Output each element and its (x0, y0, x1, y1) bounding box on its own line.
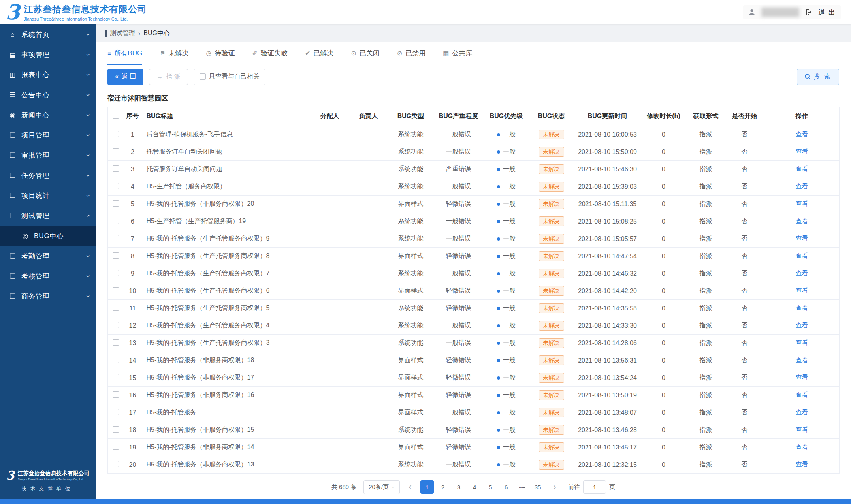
row-checkbox[interactable] (113, 235, 119, 241)
row-checkbox[interactable] (113, 461, 119, 467)
select-all-checkbox[interactable] (113, 113, 119, 119)
cell-acquire: 指派 (687, 265, 725, 282)
row-checkbox[interactable] (113, 409, 119, 415)
status-badge: 未解决 (539, 199, 564, 209)
row-checkbox[interactable] (113, 287, 119, 293)
logout-button[interactable]: 退 出 (818, 8, 836, 17)
page-number-button[interactable]: 1 (420, 480, 434, 494)
sidebar-item[interactable]: ❏ 项目管理 › (0, 125, 96, 145)
only-mine-checkbox[interactable] (200, 73, 206, 80)
tab[interactable]: ✔ 已解决 (305, 42, 333, 65)
col-header-type: BUG类型 (389, 107, 433, 126)
page-number-button[interactable]: 5 (484, 480, 497, 494)
cell-no: 19 (124, 439, 142, 456)
view-link[interactable]: 查看 (796, 409, 808, 416)
page-number-button[interactable]: 4 (468, 480, 481, 494)
row-checkbox[interactable] (113, 270, 119, 276)
sidebar-item[interactable]: ▥ 报表中心 › (0, 65, 96, 85)
view-link[interactable]: 查看 (796, 391, 808, 398)
row-checkbox[interactable] (113, 252, 119, 259)
goto-page-input[interactable] (583, 480, 606, 494)
view-link[interactable]: 查看 (796, 357, 808, 363)
cell-type: 界面样式 (389, 387, 433, 404)
sidebar-item[interactable]: ◎ BUG中心 › (0, 226, 96, 246)
row-checkbox[interactable] (113, 322, 119, 328)
footer-logo-icon: 3 (6, 468, 15, 482)
view-link[interactable]: 查看 (796, 270, 808, 276)
cell-no: 1 (124, 126, 142, 143)
sidebar-item[interactable]: ☰ 公告中心 › (0, 85, 96, 105)
view-link[interactable]: 查看 (796, 131, 808, 137)
row-checkbox[interactable] (113, 218, 119, 224)
cell-severity: 轻微错误 (433, 387, 485, 404)
cell-acquire: 指派 (687, 248, 725, 265)
tab[interactable]: ≡ 所有BUG (107, 42, 142, 65)
view-link[interactable]: 查看 (796, 165, 808, 172)
sidebar-item[interactable]: ❏ 考核管理 › (0, 266, 96, 286)
page-number-button[interactable]: 35 (531, 480, 544, 494)
sidebar-item[interactable]: ❏ 商务管理 › (0, 286, 96, 307)
user-area[interactable]: 退 出 (743, 5, 841, 19)
cell-updated: 2021-08-10 14:42:20 (575, 282, 640, 300)
row-checkbox[interactable] (113, 339, 119, 346)
row-checkbox[interactable] (113, 391, 119, 398)
back-button[interactable]: « 返 回 (107, 69, 143, 85)
view-link[interactable]: 查看 (796, 200, 808, 207)
view-link[interactable]: 查看 (796, 148, 808, 155)
section-title: 宿迁市沭阳智慧园区 (96, 88, 851, 107)
logout-icon[interactable] (805, 8, 813, 16)
view-link[interactable]: 查看 (796, 444, 808, 450)
view-link[interactable]: 查看 (796, 235, 808, 242)
next-page-button[interactable]: › (549, 480, 560, 494)
row-checkbox[interactable] (113, 357, 119, 363)
row-checkbox[interactable] (113, 183, 119, 189)
view-link[interactable]: 查看 (796, 287, 808, 294)
sidebar-item[interactable]: ❏ 审批管理 › (0, 145, 96, 165)
bug-table: 序号 BUG标题 分配人 负责人 BUG类型 BUG严重程度 BUG优先级 BU… (107, 107, 840, 474)
sidebar-item[interactable]: ⌂ 系统首页 › (0, 24, 96, 45)
row-checkbox[interactable] (113, 131, 119, 137)
page-number-button[interactable]: 3 (452, 480, 465, 494)
breadcrumb-section[interactable]: 测试管理 (110, 29, 135, 38)
row-checkbox[interactable] (113, 374, 119, 380)
sidebar-item[interactable]: ❏ 项目统计 › (0, 186, 96, 206)
row-checkbox[interactable] (113, 305, 119, 311)
only-mine-checkbox-group[interactable]: 只查看与自己相关 (194, 69, 265, 85)
tab[interactable]: ⊙ 已关闭 (351, 42, 379, 65)
sidebar-item[interactable]: ❏ 测试管理 › (0, 206, 96, 226)
sidebar-item[interactable]: ◉ 新闻中心 › (0, 105, 96, 125)
view-link[interactable]: 查看 (796, 426, 808, 433)
cell-acquire: 指派 (687, 196, 725, 213)
view-link[interactable]: 查看 (796, 374, 808, 381)
search-button[interactable]: 搜 索 (797, 69, 839, 85)
tab[interactable]: ⊘ 已禁用 (397, 42, 426, 65)
tab[interactable]: ◷ 待验证 (206, 42, 235, 65)
sidebar-item[interactable]: ▤ 事项管理 › (0, 45, 96, 65)
tab[interactable]: ⚑ 未解决 (160, 42, 188, 65)
view-link[interactable]: 查看 (796, 183, 808, 190)
prev-page-button[interactable]: ‹ (405, 480, 416, 494)
row-checkbox[interactable] (113, 165, 119, 172)
sidebar-item[interactable]: ❏ 考勤管理 › (0, 246, 96, 266)
view-link[interactable]: 查看 (796, 305, 808, 311)
table-row: 16 H5-我的-托管服务（非服务商权限）16 界面样式 轻微错误 一般 未解决… (108, 387, 840, 404)
view-link[interactable]: 查看 (796, 339, 808, 346)
row-checkbox[interactable] (113, 148, 119, 154)
page-number-button[interactable]: 2 (436, 480, 450, 494)
assign-button[interactable]: → 指 派 (149, 69, 188, 85)
view-link[interactable]: 查看 (796, 322, 808, 329)
tab[interactable]: ▦ 公共库 (443, 42, 472, 65)
row-checkbox[interactable] (113, 426, 119, 433)
tab[interactable]: ✐ 验证失败 (252, 42, 288, 65)
page-size-select[interactable]: 20条/页 › (363, 480, 400, 494)
page-number-button[interactable]: ••• (515, 480, 529, 494)
sidebar-item[interactable]: ❏ 任务管理 › (0, 165, 96, 186)
view-link[interactable]: 查看 (796, 218, 808, 224)
view-link[interactable]: 查看 (796, 252, 808, 259)
row-checkbox[interactable] (113, 200, 119, 207)
folder-icon: ❏ (8, 252, 17, 260)
table-row: 20 H5-我的-托管服务（非服务商权限）13 系统功能 一般错误 一般 未解决… (108, 456, 840, 474)
row-checkbox[interactable] (113, 444, 119, 450)
view-link[interactable]: 查看 (796, 461, 808, 468)
page-number-button[interactable]: 6 (499, 480, 513, 494)
